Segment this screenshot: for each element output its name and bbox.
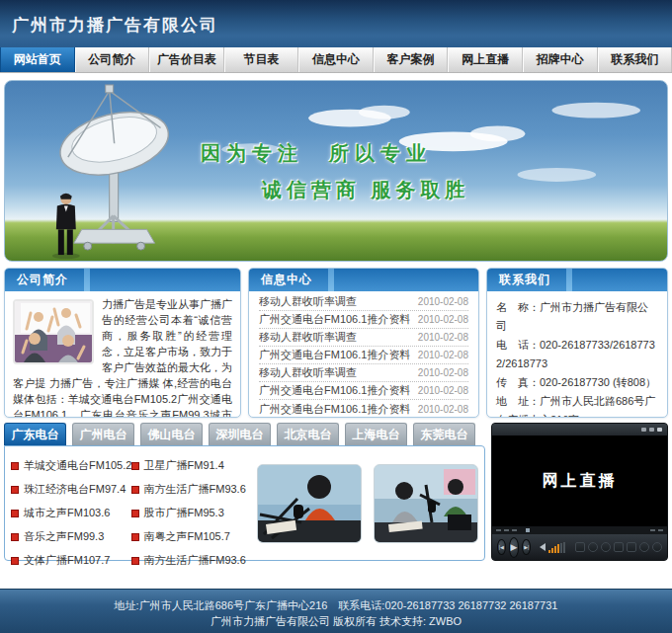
news-row[interactable]: 广州交通电台FM106.1推介资料 2010-02-08 <box>259 400 468 418</box>
station-link[interactable]: 城市之声FM103.6 <box>11 506 131 520</box>
station-link[interactable]: 羊城交通电台FM105.2 <box>11 458 131 473</box>
news-date: 2010-02-08 <box>418 385 468 396</box>
volume-bar[interactable] <box>554 546 556 553</box>
tab-foshan[interactable]: 佛山电台 <box>140 423 203 445</box>
player-option-button[interactable] <box>652 542 662 552</box>
station-link[interactable]: 文体广播FM107.7 <box>11 553 131 568</box>
bottom-section: 广东电台 广州电台 佛山电台 深圳电台 北京电台 上海电台 东莞电台 羊城交通电… <box>4 423 668 561</box>
tab-shenzhen[interactable]: 深圳电台 <box>209 423 271 445</box>
studio-photo-2 <box>374 464 478 543</box>
nav-item-client-cases[interactable]: 客户案例 <box>374 47 449 72</box>
player-option-button[interactable] <box>588 542 598 552</box>
volume-bar[interactable] <box>548 550 550 553</box>
station-link[interactable]: 南粤之声FM105.7 <box>131 529 252 544</box>
header-notch <box>566 269 572 291</box>
volume-bar[interactable] <box>560 543 562 553</box>
news-link[interactable]: 移动人群收听率调查 <box>259 365 357 380</box>
header-notch <box>328 269 334 291</box>
station-link[interactable]: 珠江经济电台FM97.4 <box>11 482 131 497</box>
seek-tick <box>658 529 663 531</box>
seek-tick <box>496 529 501 531</box>
nav-item-info-center[interactable]: 信息中心 <box>298 47 374 72</box>
contact-box: 联系我们 名 称：广州市力播广告有限公司 电 话：020-26187733/26… <box>486 268 668 418</box>
nav-item-about[interactable]: 公司简介 <box>75 47 150 72</box>
news-link[interactable]: 广州交通电台FM106.1推介资料 <box>259 402 410 417</box>
player-option-button[interactable] <box>614 542 624 552</box>
tab-guangdong[interactable]: 广东电台 <box>4 423 66 445</box>
news-row[interactable]: 移动人群收听率调查 2010-02-08 <box>259 329 468 347</box>
news-date: 2010-02-08 <box>418 350 468 360</box>
player-screen[interactable]: 网上直播 <box>492 435 667 526</box>
station-link[interactable]: 卫星广播FM91.4 <box>131 458 252 473</box>
news-link[interactable]: 广州交通电台FM106.1推介资料 <box>259 312 410 327</box>
company-intro-box: 公司简介 力播广告是专业从事广播广告的经营公司本着 <box>4 268 241 418</box>
live-broadcast-label: 网上直播 <box>543 471 618 492</box>
speaker-icon[interactable] <box>540 543 546 551</box>
station-link[interactable]: 南方生活广播FM93.6 <box>131 482 252 497</box>
seek-knob[interactable] <box>526 528 530 532</box>
company-photo <box>13 299 94 364</box>
main-nav: 网站首页 公司简介 广告价目表 节目表 信息中心 客户案例 网上直播 招牌中心 … <box>0 47 672 73</box>
news-link[interactable]: 广州交通电台FM106.1推介资料 <box>259 348 410 362</box>
slogan-line1: 因为专注 所以专业 <box>201 140 470 167</box>
news-row[interactable]: 移动人群收听率调查 2010-02-08 <box>259 364 468 382</box>
news-row[interactable]: 广州交通电台FM106.1推介资料 2010-02-08 <box>259 382 468 400</box>
station-link[interactable]: 南方生活广播FM93.6 <box>131 553 252 568</box>
news-row[interactable]: 广州交通电台FM106.1推介资料 2010-02-08 <box>259 347 468 364</box>
play-button[interactable]: ▶ <box>509 537 520 558</box>
player-option-button[interactable] <box>575 542 585 552</box>
news-date: 2010-02-08 <box>418 314 468 325</box>
page-header: 广州市力播广告有限公司 <box>0 0 672 47</box>
nav-item-home[interactable]: 网站首页 <box>0 47 75 72</box>
tab-guangzhou[interactable]: 广州电台 <box>72 423 134 445</box>
volume-bar[interactable] <box>557 544 559 553</box>
station-list: 羊城交通电台FM105.2 珠江经济电台FM97.4 城市之声FM103.6 音… <box>11 450 251 577</box>
bullet-icon <box>131 533 139 541</box>
bullet-icon <box>131 486 139 494</box>
nav-item-live-broadcast[interactable]: 网上直播 <box>448 47 523 72</box>
news-link[interactable]: 移动人群收听率调查 <box>259 294 357 309</box>
company-intro-title: 公司简介 <box>5 272 68 288</box>
tab-dongguan[interactable]: 东莞电台 <box>413 423 475 445</box>
site-title: 广州市力播广告有限公司 <box>0 0 672 37</box>
news-row[interactable]: 广州交通电台FM106.1推介资料 2010-02-08 <box>259 311 468 329</box>
volume-bar[interactable] <box>563 542 565 553</box>
player-option-button[interactable] <box>601 542 611 552</box>
volume-control <box>540 541 565 553</box>
bullet-icon <box>11 486 19 494</box>
close-icon[interactable] <box>657 428 662 432</box>
bullet-icon <box>11 510 19 517</box>
minimize-icon[interactable] <box>641 428 646 432</box>
next-button[interactable]: ▶| <box>522 539 531 555</box>
footer-address-line: 地址:广州市人民北路686号广东广播中心216 联系电话:020-2618773… <box>0 597 672 613</box>
nav-item-ad-prices[interactable]: 广告价目表 <box>149 47 224 72</box>
info-center-box: 信息中心 移动人群收听率调查 2010-02-08 广州交通电台FM106.1推… <box>248 268 479 418</box>
news-date: 2010-02-08 <box>418 367 468 378</box>
maximize-icon[interactable] <box>649 428 654 432</box>
nav-item-brand-center[interactable]: 招牌中心 <box>523 47 598 72</box>
footer-copyright-line: 广州市力播广告有限公司 版权所有 技术支持: ZWBO <box>0 613 672 629</box>
previous-button[interactable]: |◀ <box>497 539 506 555</box>
bullet-icon <box>131 462 139 470</box>
player-option-button[interactable] <box>639 542 649 552</box>
company-intro-body: 力播广告是专业从事广播广告的经营公司本着“诚信营商，服务取胜”的经营理念，立足客… <box>5 291 240 418</box>
station-tabs: 广东电台 广州电台 佛山电台 深圳电台 北京电台 上海电台 东莞电台 <box>4 423 485 445</box>
player-options <box>575 542 662 552</box>
player-controls: |◀ ▶ ▶| <box>492 534 667 560</box>
tab-beijing[interactable]: 北京电台 <box>277 423 339 445</box>
tab-shanghai[interactable]: 上海电台 <box>345 423 407 445</box>
news-link[interactable]: 广州交通电台FM106.1推介资料 <box>259 383 410 398</box>
news-link[interactable]: 移动人群收听率调查 <box>259 330 357 345</box>
news-row[interactable]: 移动人群收听率调查 2010-02-08 <box>259 293 468 311</box>
seek-bar[interactable] <box>492 526 667 534</box>
volume-bar[interactable] <box>551 548 553 553</box>
player-option-button[interactable] <box>627 542 636 552</box>
news-date: 2010-02-08 <box>418 404 468 415</box>
studio-photo-1 <box>257 464 362 543</box>
info-center-title: 信息中心 <box>249 272 312 288</box>
station-link[interactable]: 音乐之声FM99.3 <box>11 529 131 544</box>
station-link[interactable]: 股市广播FM95.3 <box>131 506 252 520</box>
nav-item-program-schedule[interactable]: 节目表 <box>224 47 299 72</box>
contact-title: 联系我们 <box>487 272 550 288</box>
nav-item-contact[interactable]: 联系我们 <box>598 47 672 72</box>
